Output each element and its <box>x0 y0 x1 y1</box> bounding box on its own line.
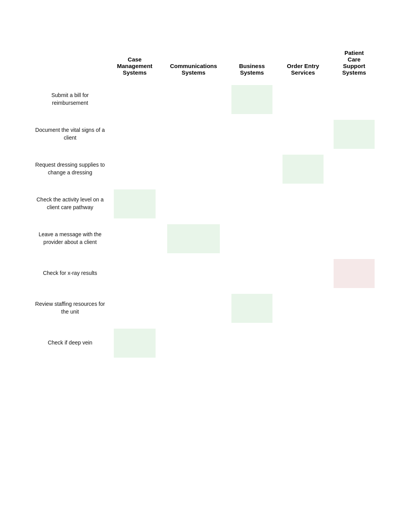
cell-patient-care <box>329 82 380 117</box>
cell-case-mgmt <box>109 256 161 291</box>
cell-order-entry <box>277 82 329 117</box>
cell-communications <box>161 82 226 117</box>
table-row: Check for x-ray results <box>31 256 380 291</box>
table-row: Leave a message with the provider about … <box>31 221 380 256</box>
cell-communications <box>161 117 226 152</box>
cell-order-entry <box>277 291 329 326</box>
col-header-patient-care: PatientCareSupportSystems <box>329 46 380 82</box>
row-label: Leave a message with the provider about … <box>31 221 109 256</box>
col-header-order-entry: Order EntryServices <box>277 46 329 82</box>
table-row: Review staffing resources for the unit <box>31 291 380 326</box>
table-row: Document the vital signs of a client <box>31 117 380 152</box>
table-row: Submit a bill for reimbursement <box>31 82 380 117</box>
cell-business <box>226 82 277 117</box>
table-row: Request dressing supplies to change a dr… <box>31 152 380 186</box>
cell-case-mgmt <box>109 117 161 152</box>
cell-communications <box>161 256 226 291</box>
cell-communications <box>161 326 226 360</box>
cell-business <box>226 186 277 221</box>
cell-patient-care <box>329 326 380 360</box>
cell-order-entry <box>277 152 329 186</box>
cell-communications <box>161 221 226 256</box>
comparison-table: CaseManagementSystems CommunicationsSyst… <box>31 46 380 360</box>
cell-case-mgmt <box>109 152 161 186</box>
cell-business <box>226 326 277 360</box>
main-table-container: CaseManagementSystems CommunicationsSyst… <box>31 46 380 360</box>
row-label: Document the vital signs of a client <box>31 117 109 152</box>
cell-patient-care <box>329 152 380 186</box>
cell-case-mgmt <box>109 186 161 221</box>
table-row: Check if deep vein <box>31 326 380 360</box>
col-header-case-mgmt: CaseManagementSystems <box>109 46 161 82</box>
row-label: Review staffing resources for the unit <box>31 291 109 326</box>
cell-case-mgmt <box>109 221 161 256</box>
col-header-communications: CommunicationsSystems <box>161 46 226 82</box>
cell-business <box>226 117 277 152</box>
table-row: Check the activity level on a client car… <box>31 186 380 221</box>
cell-communications <box>161 291 226 326</box>
cell-case-mgmt <box>109 82 161 117</box>
cell-case-mgmt <box>109 291 161 326</box>
cell-order-entry <box>277 326 329 360</box>
cell-patient-care <box>329 117 380 152</box>
cell-order-entry <box>277 256 329 291</box>
cell-patient-care <box>329 291 380 326</box>
cell-business <box>226 291 277 326</box>
row-label: Submit a bill for reimbursement <box>31 82 109 117</box>
cell-order-entry <box>277 117 329 152</box>
cell-business <box>226 256 277 291</box>
cell-patient-care <box>329 256 380 291</box>
cell-business <box>226 152 277 186</box>
cell-communications <box>161 186 226 221</box>
cell-business <box>226 221 277 256</box>
row-label: Check for x-ray results <box>31 256 109 291</box>
cell-case-mgmt <box>109 326 161 360</box>
row-label: Check if deep vein <box>31 326 109 360</box>
cell-order-entry <box>277 221 329 256</box>
col-header-empty <box>31 46 109 82</box>
cell-communications <box>161 152 226 186</box>
row-label: Request dressing supplies to change a dr… <box>31 152 109 186</box>
col-header-business: BusinessSystems <box>226 46 277 82</box>
cell-patient-care <box>329 221 380 256</box>
cell-order-entry <box>277 186 329 221</box>
cell-patient-care <box>329 186 380 221</box>
row-label: Check the activity level on a client car… <box>31 186 109 221</box>
